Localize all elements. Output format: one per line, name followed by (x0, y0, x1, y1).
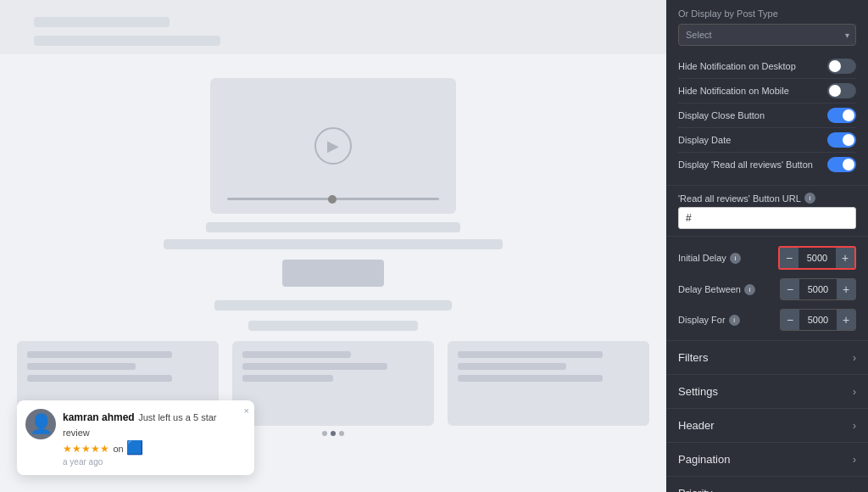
collapse-priority-label: Priority (678, 487, 712, 492)
initial-delay-control: − + (778, 246, 856, 270)
toggle-row-close-button: Display Close Button (678, 103, 856, 128)
delay-between-text: Delay Between (678, 284, 741, 294)
toggle-thumb-hide-mobile (829, 85, 841, 97)
delay-between-value[interactable] (799, 279, 837, 299)
display-for-text: Display For (678, 315, 726, 325)
chevron-right-icon-2: › (853, 386, 856, 398)
stepper-row-initial-delay: Initial Delay i − + ↙ (678, 242, 856, 274)
skeleton-bar-1 (34, 17, 170, 27)
dot-3 (339, 431, 344, 436)
notif-time: a year ago (63, 457, 231, 467)
initial-delay-value[interactable] (798, 248, 836, 268)
initial-delay-text: Initial Delay (678, 253, 726, 263)
post-type-label: Or Display by Post Type (678, 8, 856, 19)
main-preview: ▶ (0, 54, 666, 492)
toggle-row-hide-desktop: Hide Notification on Desktop (678, 54, 856, 79)
card-line (27, 375, 172, 382)
toggle-hide-mobile[interactable] (827, 83, 856, 98)
stepper-row-delay-between: Delay Between i − + (678, 274, 856, 305)
stepper-section: Initial Delay i − + ↙ Delay Between i − … (666, 237, 868, 341)
toggle-row-read-all-reviews: Display 'Read all reviews' Button (678, 153, 856, 176)
card-3 (448, 341, 649, 426)
dot-2 (331, 431, 336, 436)
display-for-control: − + (780, 309, 856, 331)
card-line (458, 363, 566, 370)
delay-between-control: − + (780, 278, 856, 300)
initial-delay-plus[interactable]: + (836, 248, 854, 268)
right-panel: Or Display by Post Type Select ▾ Hide No… (666, 0, 868, 492)
toggle-thumb-hide-desktop (829, 60, 841, 72)
display-for-value[interactable] (799, 310, 837, 330)
collapse-settings-label: Settings (678, 385, 718, 398)
collapse-filters-label: Filters (678, 351, 708, 364)
toggle-label-read-all-reviews: Display 'Read all reviews' Button (678, 159, 813, 170)
collapse-settings[interactable]: Settings › (666, 375, 868, 409)
stepper-label-initial-delay: Initial Delay i (678, 253, 741, 264)
button-skeleton (282, 260, 384, 287)
play-icon: ▶ (327, 137, 339, 155)
preview-panel: ▶ (0, 0, 666, 492)
chevron-right-icon: › (853, 352, 856, 364)
url-label-text: 'Read all reviews' Button URL (678, 193, 801, 204)
post-type-select[interactable]: Select (678, 24, 856, 46)
video-progress-thumb (328, 195, 337, 204)
collapse-pagination-label: Pagination (678, 453, 730, 466)
url-info-icon[interactable]: i (804, 193, 815, 204)
delay-between-info-icon[interactable]: i (744, 284, 755, 295)
chevron-right-icon-3: › (853, 420, 856, 432)
collapse-priority[interactable]: Priority › (666, 477, 868, 492)
url-input[interactable] (678, 207, 856, 229)
display-for-info-icon[interactable]: i (729, 315, 740, 326)
video-block: ▶ (210, 78, 456, 214)
collapse-header[interactable]: Header › (666, 409, 868, 443)
notif-content: kamran ahmed Just left us a 5 star revie… (63, 409, 231, 467)
display-for-plus[interactable]: + (837, 310, 855, 330)
notif-on-text: on (113, 444, 125, 454)
skeleton-bar-5 (214, 300, 452, 310)
toggle-hide-desktop[interactable] (827, 59, 856, 74)
notif-emoji: 🟦 (126, 440, 143, 455)
card-line (242, 351, 351, 358)
stepper-row-display-for: Display For i − + (678, 305, 856, 335)
stepper-label-display-for: Display For i (678, 315, 740, 326)
initial-delay-minus[interactable]: − (780, 248, 798, 268)
chevron-right-icon-4: › (853, 454, 856, 466)
skeleton-bar-3 (206, 222, 460, 232)
toggle-thumb-close-button (843, 109, 854, 121)
notif-stars: ★★★★★ (63, 443, 109, 455)
initial-delay-info-icon[interactable]: i (730, 253, 741, 264)
post-type-section: Or Display by Post Type Select ▾ Hide No… (666, 0, 868, 186)
card-line (242, 375, 333, 382)
post-type-select-row: Select ▾ (678, 24, 856, 46)
card-line (458, 351, 603, 358)
toggle-label-display-date: Display Date (678, 135, 731, 145)
collapse-header-label: Header (678, 419, 715, 432)
notif-avatar: 👤 (25, 409, 56, 439)
delay-between-minus[interactable]: − (781, 279, 799, 299)
dot-1 (322, 431, 327, 436)
play-button-icon[interactable]: ▶ (314, 127, 352, 165)
collapse-filters[interactable]: Filters › (666, 341, 868, 375)
toggle-list: Hide Notification on Desktop Hide Notifi… (678, 54, 856, 176)
toggle-label-hide-mobile: Hide Notification on Mobile (678, 86, 789, 96)
toggle-label-close-button: Display Close Button (678, 110, 765, 120)
chevron-right-icon-5: › (853, 488, 856, 493)
collapse-pagination[interactable]: Pagination › (666, 443, 868, 477)
toggle-close-button[interactable] (827, 108, 856, 123)
notification-popup: 👤 kamran ahmed Just left us a 5 star rev… (17, 400, 254, 475)
toggle-label-hide-desktop: Hide Notification on Desktop (678, 61, 796, 71)
toggle-read-all-reviews[interactable] (827, 157, 856, 172)
skeleton-bar-2 (34, 36, 220, 46)
skeleton-area (0, 0, 666, 54)
notif-close-button[interactable]: × (244, 405, 249, 416)
display-for-minus[interactable]: − (781, 310, 799, 330)
delay-between-plus[interactable]: + (837, 279, 855, 299)
url-label: 'Read all reviews' Button URL i (678, 193, 856, 204)
toggle-display-date[interactable] (827, 132, 856, 148)
toggle-thumb-read-all-reviews (843, 159, 854, 171)
skeleton-bar-4 (164, 239, 503, 249)
card-line (458, 375, 603, 382)
card-line (242, 363, 387, 370)
toggle-row-hide-mobile: Hide Notification on Mobile (678, 79, 856, 103)
toggle-thumb-display-date (843, 134, 854, 146)
